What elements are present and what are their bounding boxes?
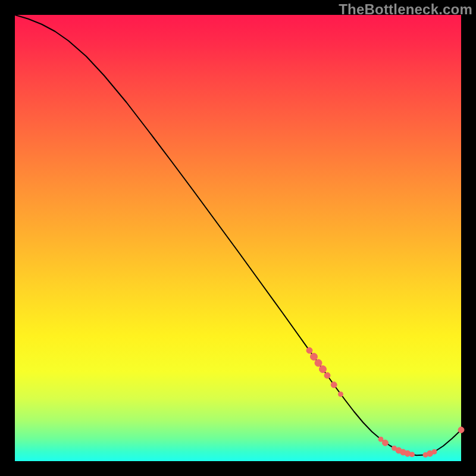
curve-marker: [320, 366, 327, 373]
chart-svg: [15, 15, 461, 461]
curve-marker: [315, 359, 322, 367]
marker-group: [306, 347, 464, 458]
curve-marker: [331, 382, 337, 388]
curve-marker: [339, 392, 343, 397]
curve-marker: [306, 347, 312, 353]
curve-marker: [410, 452, 415, 457]
curve-marker: [311, 353, 318, 361]
curve-marker: [324, 372, 330, 378]
curve-marker: [432, 449, 437, 454]
curve-marker: [383, 440, 389, 446]
curve-marker: [458, 427, 464, 433]
curve-line: [15, 15, 461, 455]
curve-marker: [378, 437, 383, 441]
